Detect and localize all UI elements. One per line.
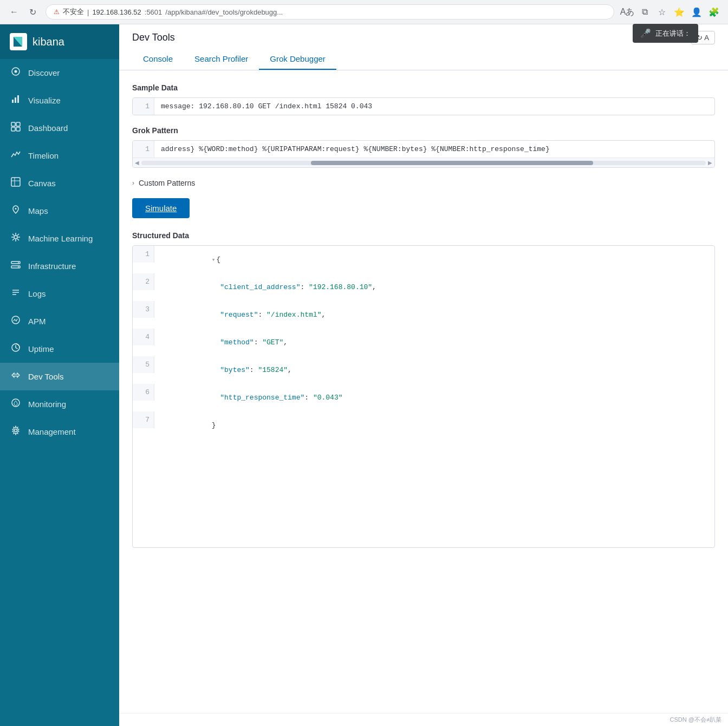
tab-search-profiler[interactable]: Search Profiler [184, 49, 259, 70]
structured-data-label: Structured Data [132, 231, 715, 240]
json-colon-4: : [254, 338, 263, 346]
json-key-method: "method" [212, 338, 254, 346]
sidebar-item-visualize[interactable]: Visualize [0, 87, 119, 114]
translate-button[interactable]: Aあ [620, 4, 635, 19]
sidebar-item-logs[interactable]: Logs [0, 280, 119, 308]
json-key-request: "request" [212, 311, 258, 319]
svg-point-33 [15, 429, 17, 432]
apm-icon [10, 315, 22, 328]
json-value-request: "/index.html" [266, 311, 321, 319]
horizontal-scrollbar[interactable]: ◀ ▶ [133, 158, 714, 167]
app-name: kibana [32, 36, 64, 48]
sidebar-item-apm[interactable]: APM [0, 308, 119, 335]
svg-line-22 [17, 234, 19, 236]
sidebar-item-label-uptime: Uptime [28, 344, 54, 354]
maps-icon [10, 205, 22, 217]
tabs-bar: Console Search Profiler Grok Debugger [132, 49, 715, 70]
sidebar-item-dashboard[interactable]: Dashboard [0, 114, 119, 142]
json-value-client-id: "192.168.80.10" [309, 283, 372, 291]
json-collapse-icon[interactable]: ▾ [212, 257, 216, 263]
app-layout: kibana Discover Visualize [0, 24, 728, 726]
json-open-brace: { [216, 256, 220, 264]
sidebar-item-discover[interactable]: Discover [0, 59, 119, 87]
json-line-num-1: 1 [133, 246, 154, 263]
sidebar-item-label-machine-learning: Machine Learning [28, 234, 93, 243]
sidebar-item-label-maps: Maps [28, 206, 48, 215]
sidebar-item-label-visualize: Visualize [28, 96, 61, 105]
sidebar-item-label-logs: Logs [28, 289, 46, 298]
sample-data-editor[interactable]: 1 message: 192.168.80.10 GET /index.html… [132, 97, 715, 115]
scroll-track[interactable] [141, 161, 706, 165]
browser-bar: ← ↻ ⚠ 不安全 | 192.168.136.52 :5601 /app/ki… [0, 0, 728, 24]
json-key-client-id: "client_id_address" [212, 283, 301, 291]
reload-button[interactable]: ↻ [25, 4, 40, 19]
address-port: :5601 [145, 8, 162, 16]
browser-icons: Aあ ⧉ ☆ ⭐ 👤 🧩 [620, 4, 722, 19]
split-view-button[interactable]: ⧉ [637, 4, 652, 19]
profile-button[interactable]: 👤 [689, 4, 704, 19]
sidebar-item-monitoring[interactable]: Monitoring [0, 390, 119, 418]
visualize-icon [10, 94, 22, 107]
dev-tools-icon [10, 370, 22, 383]
json-line-num-4: 4 [133, 329, 154, 345]
page-title: Dev Tools [132, 32, 175, 43]
svg-point-15 [14, 236, 17, 239]
grok-pattern-line-1: 1 address} %{WORD:method} %{URIPATHPARAM… [133, 141, 714, 158]
extensions-button[interactable]: 🧩 [706, 4, 722, 19]
custom-patterns-label: Custom Patterns [139, 179, 195, 187]
svg-point-14 [15, 208, 17, 210]
svg-line-23 [12, 239, 14, 240]
svg-rect-11 [11, 178, 20, 186]
tab-grok-debugger[interactable]: Grok Debugger [259, 49, 336, 70]
svg-point-26 [18, 262, 19, 263]
security-warning-icon: ⚠ [54, 8, 60, 16]
bookmark-button[interactable]: ☆ [654, 4, 670, 19]
custom-patterns-toggle[interactable]: › Custom Patterns [132, 179, 715, 187]
json-line-num-6: 6 [133, 384, 154, 401]
json-line-content-6: "http_response_time": "0.043" [154, 384, 349, 411]
canvas-icon [10, 177, 22, 189]
json-line-content-7: } [154, 411, 222, 439]
json-colon-5: : [250, 366, 258, 374]
sidebar-item-timelion[interactable]: Timelion [0, 142, 119, 169]
scroll-thumb[interactable] [311, 161, 593, 165]
sidebar-header: kibana [0, 24, 119, 59]
json-line-num-7: 7 [133, 411, 154, 428]
sidebar-item-label-discover: Discover [28, 68, 60, 77]
svg-point-3 [15, 70, 17, 73]
infrastructure-icon [10, 260, 22, 272]
sidebar-item-uptime[interactable]: Uptime [0, 335, 119, 363]
sidebar-item-maps[interactable]: Maps [0, 197, 119, 225]
dashboard-icon [10, 122, 22, 134]
bookmark-manager-button[interactable]: ⭐ [672, 4, 687, 19]
sidebar-item-infrastructure[interactable]: Infrastructure [0, 252, 119, 280]
sample-data-content[interactable]: message: 192.168.80.10 GET /index.html 1… [154, 98, 379, 115]
structured-data-editor: 1 ▾{ 2 "client_id_address": "192.168.80.… [132, 245, 715, 548]
back-button[interactable]: ← [6, 4, 22, 19]
json-line-3: 3 "request": "/index.html", [133, 301, 714, 329]
scroll-left-icon[interactable]: ◀ [134, 160, 140, 166]
scroll-right-icon[interactable]: ▶ [707, 160, 713, 166]
sidebar-item-canvas[interactable]: Canvas [0, 169, 119, 197]
json-value-http-response-time: "0.043" [313, 394, 343, 402]
grok-pattern-label: Grok Pattern [132, 126, 715, 135]
footer-text: CSDN @不会≠趴菜 [670, 716, 722, 723]
kibana-logo [10, 33, 27, 50]
tab-console[interactable]: Console [132, 49, 184, 70]
sidebar-item-label-dev-tools: Dev Tools [28, 372, 64, 381]
grok-pattern-content[interactable]: address} %{WORD:method} %{URIPATHPARAM:r… [154, 141, 556, 158]
json-colon-6: : [304, 394, 313, 402]
json-colon-2: : [300, 283, 309, 291]
svg-rect-9 [11, 127, 15, 131]
address-bar[interactable]: ⚠ 不安全 | 192.168.136.52 :5601 /app/kibana… [46, 4, 614, 19]
simulate-button[interactable]: Simulate [132, 198, 190, 218]
json-close-brace: } [212, 421, 216, 429]
sidebar-item-management[interactable]: Management [0, 418, 119, 446]
sidebar-item-machine-learning[interactable]: Machine Learning [0, 225, 119, 252]
grok-line-number-1: 1 [133, 141, 154, 158]
json-line-num-5: 5 [133, 356, 154, 373]
microphone-icon: 🎤 [640, 28, 651, 38]
json-line-content-1: ▾{ [154, 246, 227, 273]
grok-pattern-editor[interactable]: 1 address} %{WORD:method} %{URIPATHPARAM… [132, 140, 715, 168]
sidebar-item-dev-tools[interactable]: Dev Tools [0, 363, 119, 390]
